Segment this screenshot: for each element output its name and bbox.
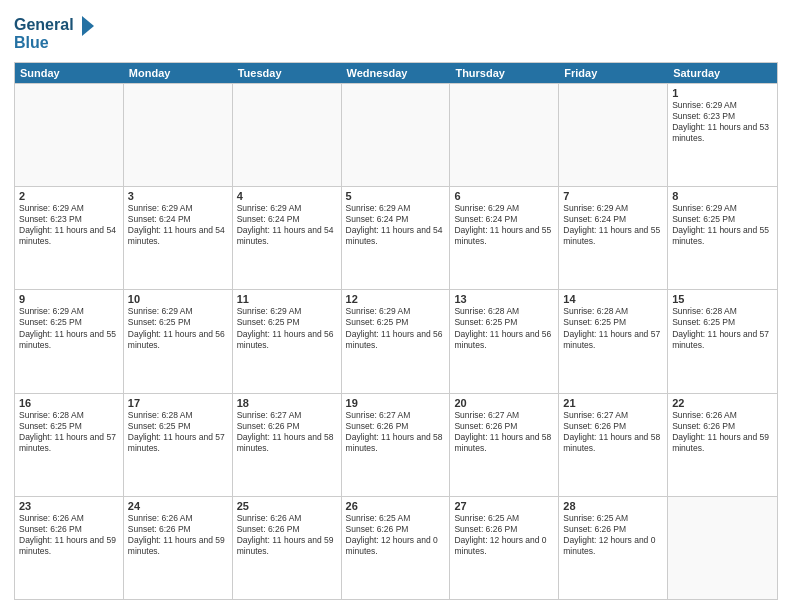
header-day-sunday: Sunday <box>15 63 124 83</box>
header-day-friday: Friday <box>559 63 668 83</box>
header: GeneralBlue <box>14 12 778 56</box>
day-number: 15 <box>672 293 773 305</box>
day-number: 19 <box>346 397 446 409</box>
svg-marker-2 <box>82 16 94 36</box>
day-cell-21: 21Sunrise: 6:27 AM Sunset: 6:26 PM Dayli… <box>559 394 668 496</box>
header-day-tuesday: Tuesday <box>233 63 342 83</box>
day-number: 20 <box>454 397 554 409</box>
day-info: Sunrise: 6:29 AM Sunset: 6:25 PM Dayligh… <box>346 306 446 350</box>
day-number: 18 <box>237 397 337 409</box>
day-info: Sunrise: 6:29 AM Sunset: 6:24 PM Dayligh… <box>128 203 228 247</box>
day-cell-10: 10Sunrise: 6:29 AM Sunset: 6:25 PM Dayli… <box>124 290 233 392</box>
day-number: 2 <box>19 190 119 202</box>
day-number: 23 <box>19 500 119 512</box>
day-info: Sunrise: 6:29 AM Sunset: 6:24 PM Dayligh… <box>454 203 554 247</box>
day-info: Sunrise: 6:25 AM Sunset: 6:26 PM Dayligh… <box>563 513 663 557</box>
logo-svg: GeneralBlue <box>14 12 104 56</box>
day-number: 26 <box>346 500 446 512</box>
day-cell-empty <box>342 84 451 186</box>
day-number: 6 <box>454 190 554 202</box>
day-number: 27 <box>454 500 554 512</box>
calendar-header: SundayMondayTuesdayWednesdayThursdayFrid… <box>15 63 777 83</box>
day-cell-empty <box>668 497 777 599</box>
header-day-monday: Monday <box>124 63 233 83</box>
day-info: Sunrise: 6:25 AM Sunset: 6:26 PM Dayligh… <box>346 513 446 557</box>
calendar: SundayMondayTuesdayWednesdayThursdayFrid… <box>14 62 778 600</box>
day-number: 14 <box>563 293 663 305</box>
day-info: Sunrise: 6:26 AM Sunset: 6:26 PM Dayligh… <box>19 513 119 557</box>
day-cell-14: 14Sunrise: 6:28 AM Sunset: 6:25 PM Dayli… <box>559 290 668 392</box>
day-cell-28: 28Sunrise: 6:25 AM Sunset: 6:26 PM Dayli… <box>559 497 668 599</box>
day-number: 10 <box>128 293 228 305</box>
day-cell-16: 16Sunrise: 6:28 AM Sunset: 6:25 PM Dayli… <box>15 394 124 496</box>
day-cell-3: 3Sunrise: 6:29 AM Sunset: 6:24 PM Daylig… <box>124 187 233 289</box>
day-cell-4: 4Sunrise: 6:29 AM Sunset: 6:24 PM Daylig… <box>233 187 342 289</box>
day-cell-empty <box>450 84 559 186</box>
day-cell-1: 1Sunrise: 6:29 AM Sunset: 6:23 PM Daylig… <box>668 84 777 186</box>
week-row-3: 16Sunrise: 6:28 AM Sunset: 6:25 PM Dayli… <box>15 393 777 496</box>
day-info: Sunrise: 6:28 AM Sunset: 6:25 PM Dayligh… <box>454 306 554 350</box>
day-info: Sunrise: 6:29 AM Sunset: 6:25 PM Dayligh… <box>672 203 773 247</box>
day-cell-27: 27Sunrise: 6:25 AM Sunset: 6:26 PM Dayli… <box>450 497 559 599</box>
day-cell-15: 15Sunrise: 6:28 AM Sunset: 6:25 PM Dayli… <box>668 290 777 392</box>
day-info: Sunrise: 6:29 AM Sunset: 6:23 PM Dayligh… <box>672 100 773 144</box>
day-cell-empty <box>559 84 668 186</box>
week-row-2: 9Sunrise: 6:29 AM Sunset: 6:25 PM Daylig… <box>15 289 777 392</box>
week-row-1: 2Sunrise: 6:29 AM Sunset: 6:23 PM Daylig… <box>15 186 777 289</box>
logo: GeneralBlue <box>14 12 104 56</box>
page: GeneralBlue SundayMondayTuesdayWednesday… <box>0 0 792 612</box>
day-info: Sunrise: 6:29 AM Sunset: 6:24 PM Dayligh… <box>346 203 446 247</box>
header-day-thursday: Thursday <box>450 63 559 83</box>
day-number: 3 <box>128 190 228 202</box>
day-cell-22: 22Sunrise: 6:26 AM Sunset: 6:26 PM Dayli… <box>668 394 777 496</box>
day-cell-19: 19Sunrise: 6:27 AM Sunset: 6:26 PM Dayli… <box>342 394 451 496</box>
day-number: 11 <box>237 293 337 305</box>
day-info: Sunrise: 6:27 AM Sunset: 6:26 PM Dayligh… <box>563 410 663 454</box>
day-cell-12: 12Sunrise: 6:29 AM Sunset: 6:25 PM Dayli… <box>342 290 451 392</box>
day-cell-25: 25Sunrise: 6:26 AM Sunset: 6:26 PM Dayli… <box>233 497 342 599</box>
day-number: 16 <box>19 397 119 409</box>
header-day-wednesday: Wednesday <box>342 63 451 83</box>
week-row-4: 23Sunrise: 6:26 AM Sunset: 6:26 PM Dayli… <box>15 496 777 599</box>
day-number: 17 <box>128 397 228 409</box>
day-info: Sunrise: 6:27 AM Sunset: 6:26 PM Dayligh… <box>237 410 337 454</box>
day-info: Sunrise: 6:29 AM Sunset: 6:23 PM Dayligh… <box>19 203 119 247</box>
calendar-body: 1Sunrise: 6:29 AM Sunset: 6:23 PM Daylig… <box>15 83 777 599</box>
day-cell-20: 20Sunrise: 6:27 AM Sunset: 6:26 PM Dayli… <box>450 394 559 496</box>
day-cell-9: 9Sunrise: 6:29 AM Sunset: 6:25 PM Daylig… <box>15 290 124 392</box>
svg-text:Blue: Blue <box>14 34 49 51</box>
day-cell-13: 13Sunrise: 6:28 AM Sunset: 6:25 PM Dayli… <box>450 290 559 392</box>
day-info: Sunrise: 6:28 AM Sunset: 6:25 PM Dayligh… <box>128 410 228 454</box>
day-cell-18: 18Sunrise: 6:27 AM Sunset: 6:26 PM Dayli… <box>233 394 342 496</box>
day-info: Sunrise: 6:25 AM Sunset: 6:26 PM Dayligh… <box>454 513 554 557</box>
day-info: Sunrise: 6:28 AM Sunset: 6:25 PM Dayligh… <box>19 410 119 454</box>
day-cell-17: 17Sunrise: 6:28 AM Sunset: 6:25 PM Dayli… <box>124 394 233 496</box>
week-row-0: 1Sunrise: 6:29 AM Sunset: 6:23 PM Daylig… <box>15 83 777 186</box>
day-info: Sunrise: 6:29 AM Sunset: 6:24 PM Dayligh… <box>563 203 663 247</box>
day-cell-empty <box>124 84 233 186</box>
day-info: Sunrise: 6:28 AM Sunset: 6:25 PM Dayligh… <box>563 306 663 350</box>
day-number: 28 <box>563 500 663 512</box>
day-cell-6: 6Sunrise: 6:29 AM Sunset: 6:24 PM Daylig… <box>450 187 559 289</box>
day-number: 21 <box>563 397 663 409</box>
day-cell-8: 8Sunrise: 6:29 AM Sunset: 6:25 PM Daylig… <box>668 187 777 289</box>
day-number: 9 <box>19 293 119 305</box>
day-info: Sunrise: 6:29 AM Sunset: 6:25 PM Dayligh… <box>19 306 119 350</box>
day-number: 4 <box>237 190 337 202</box>
day-cell-7: 7Sunrise: 6:29 AM Sunset: 6:24 PM Daylig… <box>559 187 668 289</box>
day-number: 5 <box>346 190 446 202</box>
day-number: 1 <box>672 87 773 99</box>
day-number: 22 <box>672 397 773 409</box>
day-info: Sunrise: 6:26 AM Sunset: 6:26 PM Dayligh… <box>672 410 773 454</box>
day-cell-empty <box>15 84 124 186</box>
day-cell-23: 23Sunrise: 6:26 AM Sunset: 6:26 PM Dayli… <box>15 497 124 599</box>
day-cell-11: 11Sunrise: 6:29 AM Sunset: 6:25 PM Dayli… <box>233 290 342 392</box>
day-number: 7 <box>563 190 663 202</box>
day-number: 13 <box>454 293 554 305</box>
day-info: Sunrise: 6:27 AM Sunset: 6:26 PM Dayligh… <box>454 410 554 454</box>
day-number: 24 <box>128 500 228 512</box>
header-day-saturday: Saturday <box>668 63 777 83</box>
day-info: Sunrise: 6:26 AM Sunset: 6:26 PM Dayligh… <box>237 513 337 557</box>
day-cell-26: 26Sunrise: 6:25 AM Sunset: 6:26 PM Dayli… <box>342 497 451 599</box>
day-cell-5: 5Sunrise: 6:29 AM Sunset: 6:24 PM Daylig… <box>342 187 451 289</box>
